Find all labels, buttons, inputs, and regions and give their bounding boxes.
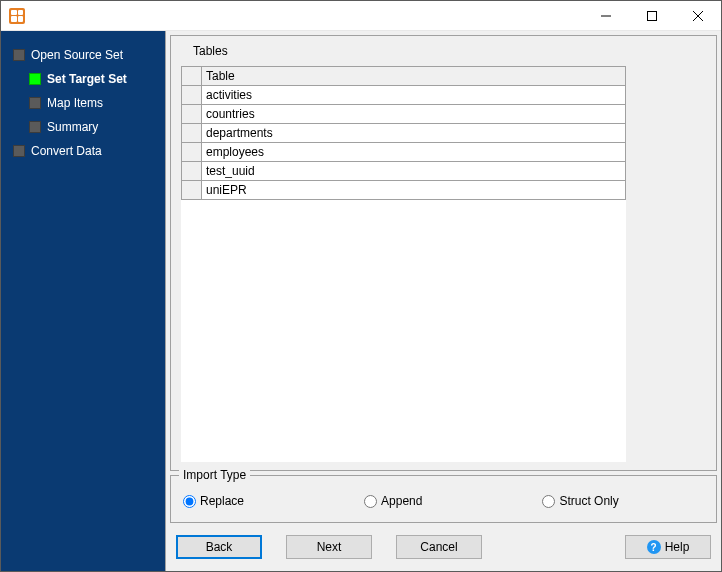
table-row[interactable]: uniEPR (182, 181, 626, 200)
step-box-icon (29, 97, 41, 109)
row-header[interactable] (182, 124, 202, 143)
table-row[interactable]: countries (182, 105, 626, 124)
table-row[interactable]: test_uuid (182, 162, 626, 181)
radio-label: Replace (200, 494, 244, 508)
maximize-button[interactable] (629, 1, 675, 31)
radio-input[interactable] (183, 495, 196, 508)
table-cell[interactable]: employees (202, 143, 626, 162)
table-cell[interactable]: countries (202, 105, 626, 124)
app-icon (9, 8, 25, 24)
step-label: Convert Data (31, 144, 102, 158)
step-label: Set Target Set (47, 72, 127, 86)
wizard-step-map-items[interactable]: Map Items (1, 91, 165, 115)
window: Open Source SetSet Target SetMap ItemsSu… (0, 0, 722, 572)
step-box-icon (13, 49, 25, 61)
step-box-icon (13, 145, 25, 157)
tables-grid[interactable]: Table activitiescountriesdepartmentsempl… (181, 66, 626, 462)
back-button[interactable]: Back (176, 535, 262, 559)
table-row[interactable]: employees (182, 143, 626, 162)
table-corner (182, 67, 202, 86)
wizard-sidebar: Open Source SetSet Target SetMap ItemsSu… (1, 31, 165, 571)
radio-label: Struct Only (559, 494, 618, 508)
help-icon: ? (647, 540, 661, 554)
wizard-step-convert-data[interactable]: Convert Data (1, 139, 165, 163)
cancel-button[interactable]: Cancel (396, 535, 482, 559)
row-header[interactable] (182, 181, 202, 200)
button-row: Back Next Cancel ? Help (166, 523, 721, 571)
row-header[interactable] (182, 162, 202, 181)
wizard-step-summary[interactable]: Summary (1, 115, 165, 139)
titlebar (1, 1, 721, 31)
wizard-step-open-source-set[interactable]: Open Source Set (1, 43, 165, 67)
table-col-header[interactable]: Table (202, 67, 626, 86)
radio-label: Append (381, 494, 422, 508)
minimize-button[interactable] (583, 1, 629, 31)
import-option-append[interactable]: Append (364, 494, 422, 508)
table-cell[interactable]: activities (202, 86, 626, 105)
import-type-group: Import Type ReplaceAppendStruct Only (170, 475, 717, 523)
close-button[interactable] (675, 1, 721, 31)
svg-rect-1 (648, 11, 657, 20)
table-cell[interactable]: departments (202, 124, 626, 143)
import-option-replace[interactable]: Replace (183, 494, 244, 508)
import-type-legend: Import Type (179, 468, 250, 482)
help-button[interactable]: ? Help (625, 535, 711, 559)
row-header[interactable] (182, 105, 202, 124)
row-header[interactable] (182, 86, 202, 105)
radio-input[interactable] (364, 495, 377, 508)
wizard-step-set-target-set[interactable]: Set Target Set (1, 67, 165, 91)
radio-input[interactable] (542, 495, 555, 508)
next-button[interactable]: Next (286, 535, 372, 559)
step-label: Summary (47, 120, 98, 134)
table-row[interactable]: activities (182, 86, 626, 105)
import-option-struct-only[interactable]: Struct Only (542, 494, 618, 508)
row-header[interactable] (182, 143, 202, 162)
step-label: Open Source Set (31, 48, 123, 62)
table-cell[interactable]: uniEPR (202, 181, 626, 200)
table-cell[interactable]: test_uuid (202, 162, 626, 181)
tables-label: Tables (193, 44, 706, 58)
table-row[interactable]: departments (182, 124, 626, 143)
step-box-icon (29, 121, 41, 133)
main-panel: Tables Table activitiescountriesdepartme… (165, 31, 721, 571)
step-box-icon (29, 73, 41, 85)
step-label: Map Items (47, 96, 103, 110)
